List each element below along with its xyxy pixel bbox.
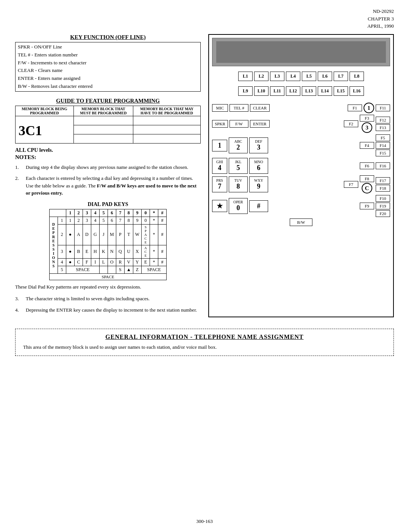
f11-button[interactable]: F11 — [376, 105, 390, 111]
display-screen — [216, 41, 386, 63]
key-4-button[interactable]: GHI 4 — [212, 158, 227, 174]
l2-button[interactable]: L2 — [254, 72, 269, 81]
f13-button[interactable]: F13 — [376, 124, 390, 131]
key-3-button[interactable]: DEF 3 — [249, 137, 268, 153]
d-r2-c8: T — [124, 224, 133, 245]
key-hash-button[interactable]: # — [249, 200, 268, 212]
f15-button[interactable]: F15 — [376, 150, 390, 156]
l1-button[interactable]: L1 — [238, 72, 253, 81]
f14-button[interactable]: F14 — [376, 142, 390, 149]
f9-button[interactable]: F9 — [360, 203, 374, 209]
keypad-fkeys-wrapper: MIC TEL # CLEAR F1 1 F11 SPKR F/W ENTER — [212, 103, 390, 228]
l16-button[interactable]: L16 — [350, 86, 364, 96]
d-r4-c4: I — [91, 258, 99, 266]
d-r1-c9: 9 — [133, 217, 141, 224]
l10-button[interactable]: L10 — [254, 86, 269, 96]
dial-col-hash: # — [158, 209, 167, 217]
l15-button[interactable]: L15 — [334, 86, 348, 96]
f19-button[interactable]: F19 — [376, 203, 390, 209]
note-num-1: 1. — [15, 164, 23, 171]
l7-button[interactable]: L7 — [334, 72, 348, 81]
enter-button[interactable]: ENTER — [250, 120, 270, 128]
f18-button[interactable]: F18 — [376, 185, 390, 192]
l8-button[interactable]: L8 — [350, 72, 364, 81]
dial-depressions-label: DEPRESSIONS — [49, 217, 58, 273]
dial-row4-num: 4 — [58, 258, 66, 266]
l6-button[interactable]: L6 — [318, 72, 332, 81]
d-r1-c0: 0 — [142, 217, 150, 224]
f12-button[interactable]: F12 — [376, 117, 390, 123]
repeated-text: These Dial Pad Key patterns are repeated… — [15, 283, 201, 291]
f2-button[interactable]: F2 — [344, 120, 358, 127]
f3-button[interactable]: F3 — [360, 115, 374, 122]
f1-button[interactable]: F1 — [348, 105, 362, 111]
l13-button[interactable]: L13 — [302, 86, 316, 96]
header-line2: CHAPTER 3 — [367, 15, 394, 23]
guide-title: GUIDE TO FEATURE PROGRAMMING — [15, 98, 201, 104]
d-r2-hash: # — [158, 224, 167, 245]
key-2-button[interactable]: ABC 2 — [229, 137, 248, 153]
f7-button[interactable]: F7 — [344, 181, 358, 188]
circle-c-button[interactable]: C — [362, 183, 372, 193]
keypad-row-top: MIC TEL # CLEAR F1 1 F11 — [212, 103, 390, 113]
f4-button[interactable]: F4 — [360, 142, 374, 149]
circle-1-button[interactable]: 1 — [364, 103, 374, 113]
key-star-button[interactable]: ★ — [212, 200, 227, 212]
note-text-1: During step 4 the display shows any prev… — [26, 164, 188, 171]
key-9-button[interactable]: WXY 9 — [249, 176, 268, 192]
d-r3-c8: U — [124, 245, 133, 258]
circle-3-button[interactable]: 3 — [362, 122, 372, 133]
d-r4-c3: F — [83, 258, 91, 266]
dial-col-0: 0 — [142, 209, 150, 217]
spkr-button[interactable]: SPKR — [212, 120, 228, 128]
guide-section: GUIDE TO FEATURE PROGRAMMING MEMORY BLOC… — [15, 98, 201, 144]
key-5-button[interactable]: JKL 5 — [229, 158, 248, 174]
d-r5-c8: ▲ — [124, 266, 133, 273]
l4-button[interactable]: L4 — [286, 72, 300, 81]
dial-col-1: 1 — [66, 209, 74, 217]
d-r1-c8: 8 — [124, 217, 133, 224]
general-info-text: This area of the memory block is used to… — [23, 343, 386, 351]
tel-hash-button[interactable]: TEL # — [229, 104, 248, 112]
d-r2-c5: J — [99, 224, 108, 245]
f20-button[interactable]: F20 — [376, 210, 390, 217]
dial-col-9: 9 — [133, 209, 141, 217]
l12-button[interactable]: L12 — [286, 86, 300, 96]
f16-button[interactable]: F16 — [376, 162, 390, 169]
key-8-button[interactable]: TUV 8 — [229, 176, 248, 192]
d-r4-c5: L — [99, 258, 108, 266]
phone-display — [212, 38, 390, 66]
key-0-button[interactable]: OPER 0 — [229, 198, 248, 214]
l3-button[interactable]: L3 — [270, 72, 284, 81]
key-7-button[interactable]: PRS 7 — [212, 176, 227, 192]
d-r3-c4: H — [91, 245, 99, 258]
l11-button[interactable]: L11 — [270, 86, 284, 96]
l5-button[interactable]: L5 — [302, 72, 316, 81]
general-info-title: GENERAL INFORMATION - TELEPHONE NAME ASS… — [23, 334, 386, 340]
f6-button[interactable]: F6 — [360, 162, 374, 169]
d-r2-c3: D — [83, 224, 91, 245]
d-r4-hash: # — [158, 258, 167, 266]
f10-button[interactable]: F10 — [376, 195, 390, 202]
mic-button[interactable]: MIC — [212, 104, 228, 112]
d-r2-c6: M — [108, 224, 116, 245]
key-1-button[interactable]: 1 — [212, 140, 227, 151]
d-r3-c9: X — [133, 245, 141, 258]
l9-button[interactable]: L9 — [238, 86, 253, 96]
bw-button[interactable]: B/W — [290, 218, 312, 226]
clear-button[interactable]: CLEAR — [250, 104, 270, 112]
f5-button[interactable]: F5 — [376, 134, 390, 141]
header-line3: APRIL, 1990 — [367, 22, 394, 30]
f17-button[interactable]: F17 — [376, 177, 390, 184]
f8-button[interactable]: F8 — [360, 175, 374, 182]
note-num-3: 3. — [15, 295, 23, 303]
keypad-digit-row-3: PRS 7 TUV 8 WXY 9 F7 — [212, 175, 390, 193]
dial-col-4: 4 — [91, 209, 99, 217]
key-6-button[interactable]: MNO 6 — [249, 158, 268, 174]
d-r3-c2: B — [74, 245, 83, 258]
dial-col-3: 3 — [83, 209, 91, 217]
fw-button[interactable]: F/W — [229, 120, 248, 128]
l14-button[interactable]: L14 — [318, 86, 332, 96]
guide-col3-row2 — [133, 125, 200, 134]
d-r4-c7: R — [116, 258, 124, 266]
